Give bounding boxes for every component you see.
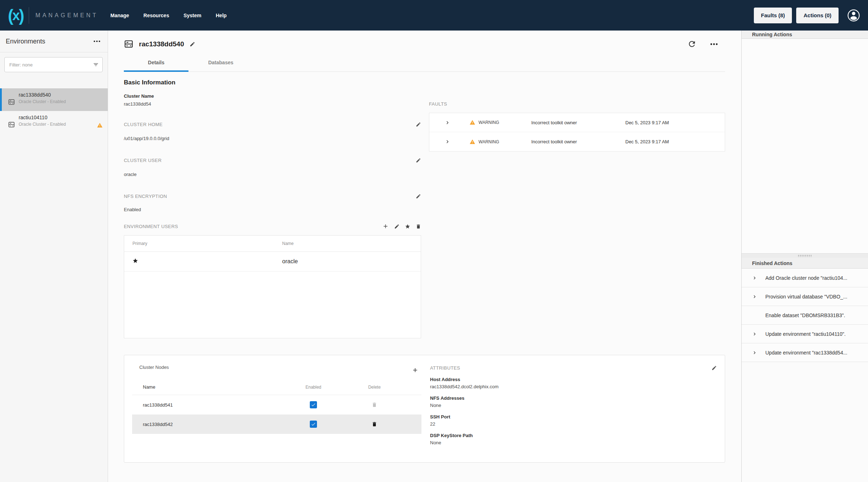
attribute-value: rac1338dd542.dcol2.delphix.com [430, 384, 717, 389]
nav-item-resources[interactable]: Resources [144, 13, 169, 18]
tab-databases[interactable]: Databases [188, 60, 253, 72]
node-name: rac1338dd542 [132, 422, 283, 427]
cluster-name-label: Cluster Name [124, 93, 421, 99]
finished-action-item[interactable]: Enable dataset "DBOMSRB331B3". [742, 306, 868, 325]
trash-icon [372, 402, 377, 408]
chevron-right-icon[interactable] [444, 139, 451, 145]
cluster-name-field: Cluster Name rac1338dd54 [124, 93, 421, 107]
warning-triangle-icon [470, 120, 475, 125]
finished-action-item[interactable]: Provision virtual database "VDBO_... [742, 287, 868, 306]
sidebar-kebab-menu-icon[interactable] [93, 37, 101, 46]
fault-date: Dec 5, 2023 9:17 AM [625, 120, 669, 125]
edit-attributes-pencil-icon[interactable] [711, 365, 717, 371]
edit-cluster-user-pencil-icon[interactable] [416, 158, 421, 163]
finished-action-label: Provision virtual database "VDBO_... [765, 294, 847, 300]
environment-users-label: ENVIRONMENT USERS [124, 224, 178, 229]
chevron-right-icon[interactable] [752, 275, 757, 281]
server-icon [8, 115, 15, 134]
page-title: rac1338dd540 [139, 40, 184, 48]
nfs-encryption-value: Enabled [124, 207, 421, 212]
user-avatar-icon[interactable] [847, 9, 860, 22]
fault-title: Incorrect toolkit owner [531, 120, 625, 125]
edit-title-pencil-icon[interactable] [190, 41, 195, 47]
cluster-nodes-label: Cluster Nodes [139, 365, 421, 370]
environment-users-actions [382, 223, 421, 230]
sidebar-item-ractiu104110[interactable]: ractiu104110Oracle Cluster - Enabled [0, 111, 108, 134]
enabled-checkbox[interactable] [310, 421, 317, 428]
finished-action-label: Enable dataset "DBOMSRB331B3". [765, 312, 845, 318]
finished-action-label: Update environment "ractiu104110". [765, 331, 846, 337]
finished-action-item[interactable]: Add Oracle cluster node "ractiu104... [742, 269, 868, 287]
warning-triangle-icon [470, 139, 475, 145]
nfs-encryption-label: NFS ENCRYPTION [124, 194, 167, 199]
attributes-section: ATTRIBUTES Host Addressrac1338dd542.dcol… [421, 362, 717, 456]
user-name: oracle [282, 258, 298, 265]
cluster-user-section: CLUSTER USER oracle [124, 158, 421, 177]
brand-text: MANAGEMENT [36, 12, 98, 19]
chevron-right-icon[interactable] [444, 120, 451, 126]
finished-action-label: Update environment "rac1338dd54... [765, 350, 847, 356]
trash-icon[interactable] [372, 421, 377, 427]
sidebar-item-rac1338dd540[interactable]: rac1338dd540Oracle Cluster - Enabled [0, 88, 108, 111]
sidebar-header: Environments [0, 31, 108, 52]
cluster-node-row[interactable]: rac1338dd542 [132, 414, 421, 434]
faults-button[interactable]: Faults (8) [754, 8, 792, 23]
actions-button[interactable]: Actions (0) [796, 8, 839, 23]
environments-list: rac1338dd540Oracle Cluster - Enabledract… [0, 88, 108, 134]
cluster-user-value: oracle [124, 172, 421, 177]
star-icon [132, 258, 138, 264]
environment-name: rac1338dd540 [19, 92, 66, 98]
finished-action-item[interactable]: Update environment "ractiu104110". [742, 325, 868, 343]
top-navbar: (x) MANAGEMENT ManageResourcesSystemHelp… [0, 0, 868, 31]
finished-action-item[interactable]: Update environment "rac1338dd54... [742, 343, 868, 362]
attributes-label: ATTRIBUTES [430, 365, 460, 371]
cluster-home-value: /u01/app/19.0.0.0/grid [124, 136, 421, 141]
server-icon [8, 93, 15, 111]
edit-nfs-encryption-pencil-icon[interactable] [416, 194, 421, 199]
page-kebab-menu-icon[interactable] [709, 40, 719, 49]
enabled-checkbox[interactable] [310, 401, 317, 408]
fault-severity: WARNING [479, 120, 499, 125]
attribute-value: None [430, 403, 717, 408]
add-plus-icon[interactable] [382, 223, 389, 230]
nfs-encryption-section: NFS ENCRYPTION Enabled [124, 194, 421, 212]
star-icon[interactable] [405, 224, 410, 229]
environment-users-table: Primary Name oracle [124, 235, 421, 338]
warning-triangle-icon [97, 117, 103, 134]
chevron-right-icon[interactable] [752, 350, 757, 356]
trash-icon[interactable] [416, 224, 421, 229]
environment-filter-input[interactable] [4, 57, 103, 72]
chevron-right-icon[interactable] [752, 331, 757, 337]
cluster-node-row[interactable]: rac1338dd541 [132, 395, 421, 414]
environment-status: Oracle Cluster - Enabled [19, 122, 66, 127]
navbar-divider [29, 7, 29, 24]
running-actions-header: Running Actions [742, 31, 868, 39]
faults-list: WARNINGIncorrect toolkit ownerDec 5, 202… [429, 113, 725, 152]
environment-user-row[interactable]: oracle [124, 252, 421, 272]
environment-details-main: rac1338dd540 DetailsDatabases Basic Info… [108, 31, 741, 482]
details-left-column: Cluster Name rac1338dd54 CLUSTER HOME /u… [124, 93, 421, 338]
nodes-col-enabled: Enabled [283, 385, 344, 390]
nav-item-manage[interactable]: Manage [110, 13, 129, 18]
faults-label: FAULTS [429, 101, 725, 107]
nav-item-help[interactable]: Help [216, 13, 227, 18]
panel-resize-handle[interactable] [742, 253, 868, 258]
delphix-logo-icon: (x) [8, 7, 23, 24]
actions-panel: Running Actions Finished Actions Add Ora… [741, 31, 868, 482]
details-right-column: FAULTS WARNINGIncorrect toolkit ownerDec… [429, 93, 725, 338]
attribute-label: SSH Port [430, 414, 717, 420]
chevron-right-icon[interactable] [752, 294, 757, 300]
running-actions-empty-area [742, 39, 868, 253]
filter-funnel-icon[interactable] [93, 62, 99, 68]
attribute-value: None [430, 440, 717, 445]
tab-details[interactable]: Details [124, 60, 188, 72]
add-cluster-node-plus-icon[interactable] [412, 367, 419, 374]
fault-row[interactable]: WARNINGIncorrect toolkit ownerDec 5, 202… [429, 113, 725, 132]
edit-pencil-icon[interactable] [394, 224, 400, 229]
main-nav: ManageResourcesSystemHelp [110, 13, 227, 18]
edit-cluster-home-pencil-icon[interactable] [416, 122, 421, 127]
cluster-nodes-table: Name Enabled Delete rac1338dd541rac1338d… [132, 379, 421, 434]
refresh-icon[interactable] [687, 40, 696, 48]
nav-item-system[interactable]: System [183, 13, 201, 18]
fault-row[interactable]: WARNINGIncorrect toolkit ownerDec 5, 202… [429, 132, 725, 151]
